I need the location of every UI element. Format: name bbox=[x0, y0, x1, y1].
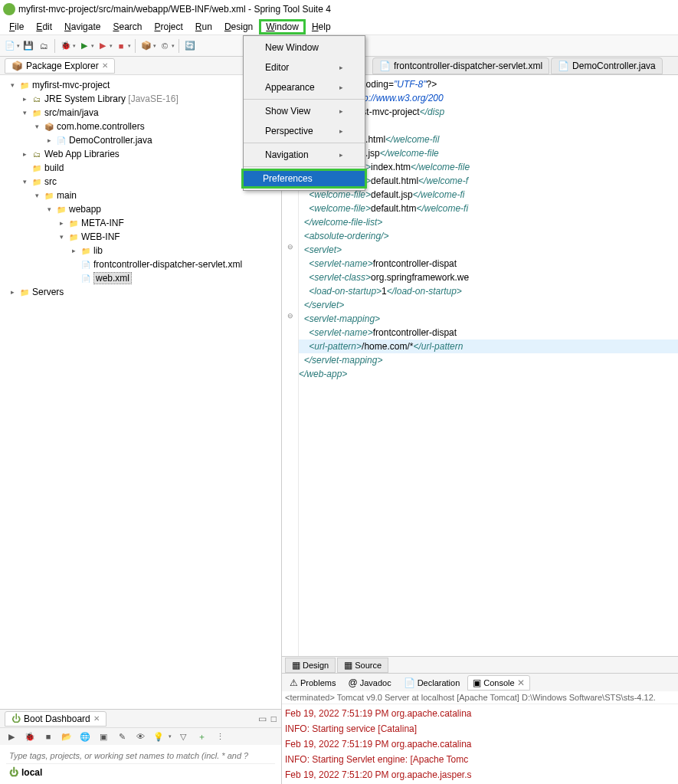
package-explorer-tree[interactable]: ▾📁myfirst-mvc-project▸🗂JRE System Librar… bbox=[0, 75, 281, 709]
editor-tab[interactable]: 📄frontcontroller-dispatcher-servlet.xml bbox=[372, 57, 549, 74]
menu-item-show-view[interactable]: Show View bbox=[244, 101, 365, 121]
tree-icon: 🗂 bbox=[31, 93, 42, 104]
console-body[interactable]: Feb 19, 2022 7:51:19 PM org.apache.catal… bbox=[282, 704, 678, 784]
tree-label: build bbox=[44, 162, 64, 173]
menu-file[interactable]: File bbox=[3, 20, 30, 34]
tab-javadoc[interactable]: @Javadoc bbox=[343, 676, 395, 690]
tree-item[interactable]: ▸📄DemoController.java bbox=[3, 133, 278, 147]
boot-filter-input[interactable] bbox=[6, 748, 275, 764]
menu-item-perspective[interactable]: Perspective bbox=[244, 121, 365, 141]
menu-run[interactable]: Run bbox=[189, 20, 218, 34]
menu-item-editor[interactable]: Editor bbox=[244, 57, 365, 77]
stop-icon[interactable]: ■ bbox=[114, 39, 128, 53]
editor-tab-label: DemoController.java bbox=[572, 61, 656, 71]
boot-dashboard-panel: ⏻ Boot Dashboard ✕ ▭ □ ▶ 🐞 ■ 📂 🌐 ▣ ✎ 👁 💡 bbox=[0, 709, 281, 784]
menu-project[interactable]: Project bbox=[148, 20, 188, 34]
new-icon[interactable]: 📄 bbox=[3, 39, 17, 53]
tree-label: Web App Libraries bbox=[44, 149, 120, 159]
tree-item[interactable]: ▸🗂Web App Libraries bbox=[3, 147, 278, 161]
tree-item[interactable]: 📄frontcontroller-dispatcher-servlet.xml bbox=[3, 258, 278, 271]
filter-icon[interactable]: ▽ bbox=[176, 730, 190, 743]
tree-item[interactable]: ▸📁Servers bbox=[3, 285, 278, 299]
tab-icon: ⚠ bbox=[290, 677, 298, 688]
refresh-icon[interactable]: 🔄 bbox=[183, 39, 197, 53]
tree-label: JRE System Library [JavaSE-16] bbox=[44, 93, 179, 104]
tree-item[interactable]: 📁build bbox=[3, 161, 278, 175]
tree-item[interactable]: ▸🗂JRE System Library [JavaSE-16] bbox=[3, 92, 278, 106]
boot-local-item[interactable]: ⏻ local bbox=[6, 764, 275, 781]
menu-edit[interactable]: Edit bbox=[30, 20, 58, 34]
hide-icon[interactable]: 👁 bbox=[133, 730, 147, 743]
tree-icon: 📁 bbox=[68, 231, 79, 242]
tree-label: src/main/java bbox=[44, 107, 99, 118]
start-icon[interactable]: ▶ bbox=[5, 730, 18, 743]
browser-icon[interactable]: 🌐 bbox=[78, 730, 92, 743]
package-explorer-tab[interactable]: 📦 Package Explorer ✕ bbox=[5, 58, 115, 74]
tree-item[interactable]: ▾📁src/main/java bbox=[3, 106, 278, 120]
close-icon[interactable]: ✕ bbox=[102, 61, 108, 70]
tree-item[interactable]: ▾📁WEB-INF bbox=[3, 230, 278, 244]
menu-item-appearance[interactable]: Appearance bbox=[244, 77, 365, 97]
debug-icon[interactable]: 🐞 bbox=[23, 730, 37, 743]
tree-icon: 📁 bbox=[31, 162, 42, 173]
menu-navigate[interactable]: Navigate bbox=[58, 20, 106, 34]
tab-design[interactable]: ▦Design bbox=[285, 658, 336, 673]
tab-problems[interactable]: ⚠Problems bbox=[285, 676, 340, 690]
tree-icon: 📄 bbox=[80, 273, 91, 284]
tab-declaration[interactable]: 📄Declaration bbox=[399, 676, 465, 690]
file-icon: 📄 bbox=[558, 61, 569, 71]
tab-icon: ▦ bbox=[292, 660, 300, 671]
boot-dashboard-title: Boot Dashboard bbox=[24, 713, 90, 724]
tab-icon: 📄 bbox=[404, 677, 415, 688]
window-titlebar: myfirst-mvc-project/src/main/webapp/WEB-… bbox=[0, 0, 678, 18]
tree-label: web.xml bbox=[93, 272, 132, 284]
editor-tab[interactable]: 📄DemoController.java bbox=[551, 57, 663, 74]
close-icon[interactable]: ✕ bbox=[93, 714, 100, 723]
tab-source[interactable]: ▦Source bbox=[337, 658, 388, 673]
menu-item-new-window[interactable]: New Window bbox=[244, 38, 365, 57]
open-icon[interactable]: 📂 bbox=[60, 730, 74, 743]
save-icon[interactable]: 💾 bbox=[21, 39, 35, 53]
bottom-view-tabs: ⚠Problems@Javadoc📄Declaration▣Console ✕ bbox=[282, 673, 678, 691]
boot-dashboard-tab[interactable]: ⏻ Boot Dashboard ✕ bbox=[5, 711, 106, 727]
tree-item[interactable]: ▾📁myfirst-mvc-project bbox=[3, 78, 278, 92]
tree-item[interactable]: ▾📁main bbox=[3, 189, 278, 202]
tree-icon: 📁 bbox=[19, 80, 30, 90]
minimize-icon[interactable]: ▭ bbox=[258, 713, 267, 724]
edit-icon[interactable]: ✎ bbox=[115, 730, 129, 743]
tree-item[interactable]: ▸📁lib bbox=[3, 244, 278, 258]
tree-item[interactable]: ▾📁src bbox=[3, 175, 278, 189]
tree-item[interactable]: 📄web.xml bbox=[3, 271, 278, 285]
tree-label: webapp bbox=[69, 204, 101, 215]
debug-icon[interactable]: 🐞 bbox=[59, 39, 73, 53]
tree-label: WEB-INF bbox=[81, 231, 120, 242]
power-icon: ⏻ bbox=[11, 713, 21, 724]
bulb-icon[interactable]: 💡 bbox=[152, 730, 165, 743]
menu-help[interactable]: Help bbox=[306, 20, 337, 34]
maximize-icon[interactable]: □ bbox=[271, 713, 277, 724]
editor-tab-label: frontcontroller-dispatcher-servlet.xml bbox=[394, 61, 542, 71]
menu-search[interactable]: Search bbox=[106, 20, 148, 34]
saveall-icon[interactable]: 🗂 bbox=[37, 39, 51, 53]
design-source-tabs: ▦Design▦Source bbox=[282, 656, 678, 673]
console-icon[interactable]: ▣ bbox=[97, 730, 110, 743]
menu-icon[interactable]: ⋮ bbox=[213, 730, 227, 743]
tab-console[interactable]: ▣Console ✕ bbox=[467, 675, 529, 691]
tree-item[interactable]: ▾📁webapp bbox=[3, 202, 278, 216]
menu-design[interactable]: Design bbox=[218, 20, 259, 34]
menu-window[interactable]: Window bbox=[259, 19, 306, 34]
external-icon[interactable]: ▶ bbox=[96, 39, 110, 53]
new-package-icon[interactable]: 📦 bbox=[139, 39, 153, 53]
close-icon[interactable]: ✕ bbox=[517, 677, 525, 688]
menu-item-navigation[interactable]: Navigation bbox=[244, 145, 365, 165]
run-icon[interactable]: ▶ bbox=[77, 39, 91, 53]
tab-icon: @ bbox=[348, 677, 357, 688]
stop-icon[interactable]: ■ bbox=[41, 730, 55, 743]
add-icon[interactable]: ＋ bbox=[195, 730, 208, 743]
tab-icon: ▦ bbox=[344, 660, 352, 671]
menu-item-preferences[interactable]: Preferences bbox=[241, 169, 367, 189]
tree-item[interactable]: ▾📦com.home.controllers bbox=[3, 120, 278, 133]
tree-item[interactable]: ▸📁META-INF bbox=[3, 216, 278, 230]
new-class-icon[interactable]: © bbox=[158, 39, 172, 53]
window-menu-popup[interactable]: New WindowEditorAppearanceShow ViewPersp… bbox=[243, 35, 365, 191]
